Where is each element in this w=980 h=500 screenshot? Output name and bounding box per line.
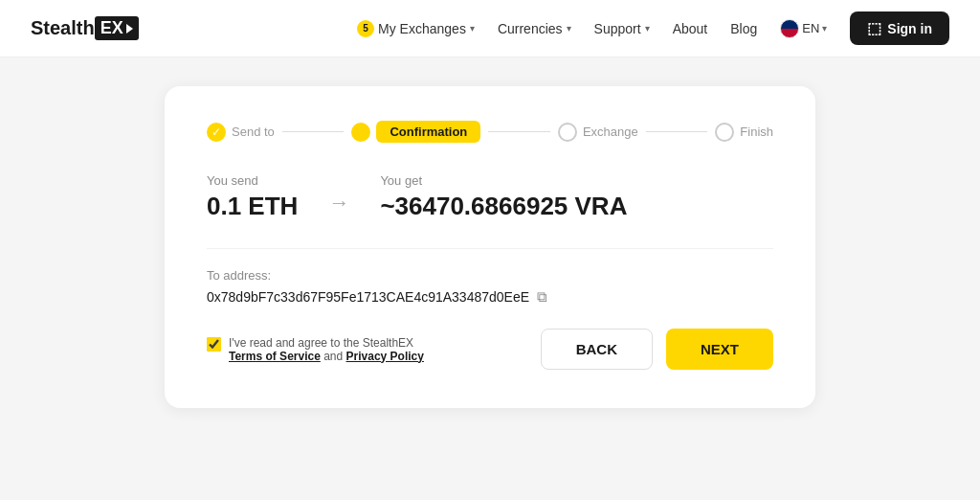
back-button[interactable]: BACK	[541, 329, 653, 370]
copy-icon[interactable]: ⧉	[537, 288, 547, 306]
step-send-to: ✓ Send to	[207, 123, 275, 142]
terms-row: I've read and agree to the StealthEX Ter…	[207, 336, 424, 363]
signin-button[interactable]: ⬚ Sign in	[850, 11, 949, 45]
get-value: ~36470.6866925 VRA	[380, 192, 627, 221]
logo-stealth-text: Stealth	[31, 17, 95, 39]
terms-checkbox[interactable]	[207, 337, 221, 352]
currencies-chevron-icon: ▾	[567, 23, 571, 34]
step-line-3	[646, 131, 708, 132]
nav-blog[interactable]: Blog	[730, 21, 757, 36]
logo-ex-text: EX	[95, 16, 139, 40]
step3-dot	[558, 123, 577, 142]
step2-dot	[351, 123, 370, 142]
step-confirmation: Confirmation	[351, 121, 480, 143]
step1-dot: ✓	[207, 123, 226, 142]
privacy-policy-link[interactable]: Privacy Policy	[346, 350, 424, 363]
signin-icon: ⬚	[867, 19, 881, 37]
exchange-summary: You send 0.1 ETH → You get ~36470.686692…	[207, 173, 773, 221]
navbar: Stealth EX 5 My Exchanges ▾ Currencies ▾…	[0, 0, 980, 57]
main-content: ✓ Send to Confirmation Exchange Finish Y	[0, 57, 980, 437]
exchanges-badge: 5	[357, 20, 374, 37]
step1-label: Send to	[232, 125, 275, 139]
step4-dot	[715, 123, 734, 142]
nav-links: 5 My Exchanges ▾ Currencies ▾ Support ▾ …	[357, 11, 949, 45]
logo[interactable]: Stealth EX	[31, 16, 139, 40]
exchange-arrow-icon: →	[328, 191, 349, 216]
step3-label: Exchange	[583, 125, 638, 139]
send-value: 0.1 ETH	[207, 192, 298, 221]
address-label: To address:	[207, 268, 773, 283]
step-line-1	[282, 131, 345, 132]
stepper: ✓ Send to Confirmation Exchange Finish	[207, 121, 773, 143]
terms-text: I've read and agree to the StealthEX Ter…	[229, 336, 424, 363]
address-section: To address: 0x78d9bF7c33d67F95Fe1713CAE4…	[207, 248, 773, 306]
get-label: You get	[380, 173, 627, 188]
step-line-2	[488, 131, 550, 132]
send-label: You send	[207, 173, 298, 188]
send-col: You send 0.1 ETH	[207, 173, 298, 221]
lang-chevron-icon: ▾	[822, 23, 827, 34]
address-row: 0x78d9bF7c33d67F95Fe1713CAE4c91A33487d0E…	[207, 288, 773, 306]
support-chevron-icon: ▾	[645, 23, 650, 34]
terms-of-service-link[interactable]: Terms of Service	[229, 350, 321, 363]
get-col: You get ~36470.6866925 VRA	[380, 173, 627, 221]
nav-support[interactable]: Support ▾	[594, 21, 650, 36]
action-buttons: BACK NEXT	[541, 329, 773, 370]
exchanges-chevron-icon: ▾	[470, 23, 475, 34]
flag-icon	[780, 19, 799, 38]
confirmation-card: ✓ Send to Confirmation Exchange Finish Y	[165, 86, 815, 408]
step2-label: Confirmation	[376, 121, 480, 143]
step4-label: Finish	[740, 125, 773, 139]
nav-about[interactable]: About	[673, 21, 708, 36]
lang-selector[interactable]: EN ▾	[780, 19, 827, 38]
step-finish: Finish	[715, 123, 773, 142]
nav-currencies[interactable]: Currencies ▾	[498, 21, 571, 36]
step-exchange: Exchange	[558, 123, 638, 142]
card-footer: I've read and agree to the StealthEX Ter…	[207, 329, 773, 370]
address-text: 0x78d9bF7c33d67F95Fe1713CAE4c91A33487d0E…	[207, 289, 529, 305]
nav-my-exchanges[interactable]: 5 My Exchanges ▾	[357, 20, 475, 37]
next-button[interactable]: NEXT	[666, 329, 773, 370]
